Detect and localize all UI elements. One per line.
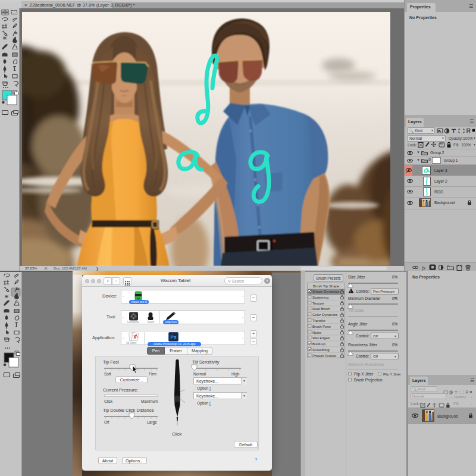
svg-text:Smoothing: Smoothing <box>312 348 330 352</box>
svg-text:Color Dynamics: Color Dynamics <box>312 313 337 317</box>
svg-text:Noise: Noise <box>312 331 322 334</box>
svg-text:fx: fx <box>422 265 425 271</box>
svg-text:Wet Edges: Wet Edges <box>312 336 330 340</box>
svg-text:Dual Brush: Dual Brush <box>312 307 330 311</box>
svg-text:Texture: Texture <box>312 302 324 305</box>
svg-text:Build-up: Build-up <box>312 342 326 346</box>
svg-text:Protect Texture: Protect Texture <box>312 354 337 358</box>
svg-text:Shape Dynamics: Shape Dynamics <box>312 290 339 293</box>
svg-text:Transfer: Transfer <box>312 319 325 322</box>
svg-text:Scattering: Scattering <box>312 296 328 299</box>
svg-text:Brush Pose: Brush Pose <box>312 325 331 328</box>
